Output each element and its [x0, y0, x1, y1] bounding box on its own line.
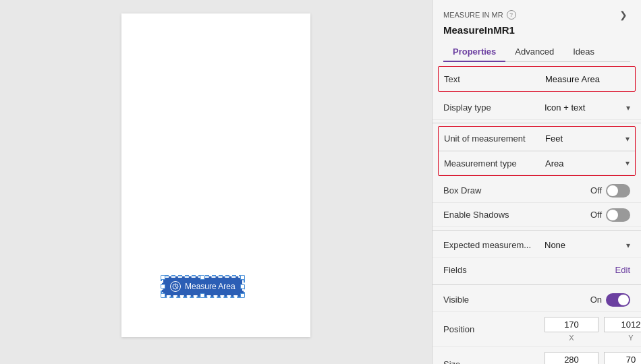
canvas-area: Measure Area [0, 0, 432, 364]
display-type-select[interactable]: Icon + text ▾ [545, 102, 630, 113]
text-input[interactable] [545, 74, 641, 84]
display-type-value: Icon + text [545, 102, 585, 113]
position-inputs: X Y [545, 317, 641, 342]
divider-3 [433, 284, 641, 285]
measurement-type-value: Area [545, 158, 563, 169]
fields-label: Fields [443, 265, 545, 275]
visible-row: Visible On [433, 288, 641, 312]
unit-value: Feet [545, 133, 563, 144]
box-draw-row: Box Draw Off [433, 179, 641, 203]
handle-bm[interactable] [200, 293, 205, 298]
display-type-label: Display type [443, 102, 545, 113]
visible-state: On [590, 295, 602, 305]
button-label: Measure Area [185, 282, 235, 291]
position-x-input[interactable] [545, 317, 598, 332]
panel-title-row: MEASURE IN MR ? ❯ [443, 8, 630, 22]
measurement-type-row: Measurement type Area ▾ [439, 151, 635, 175]
enable-shadows-state: Off [590, 210, 602, 220]
component-name: MeasureInMR1 [443, 24, 630, 36]
expected-measure-chevron: ▾ [626, 241, 630, 250]
tab-ideas[interactable]: Ideas [563, 42, 604, 62]
expected-measure-row: Expected measurem... None ▾ [433, 233, 641, 257]
measurement-type-chevron: ▾ [625, 158, 630, 168]
unit-chevron: ▾ [625, 134, 630, 144]
unit-row: Unit of measurement Feet ▾ [439, 127, 635, 151]
size-inputs-row [545, 352, 641, 364]
expected-measure-label: Expected measurem... [443, 240, 545, 250]
text-label: Text [444, 74, 545, 84]
tab-properties[interactable]: Properties [443, 42, 505, 62]
size-height-input[interactable] [604, 352, 641, 364]
display-type-chevron: ▾ [626, 103, 630, 113]
measure-icon [170, 281, 181, 292]
text-row: Text [439, 67, 635, 91]
handle-tl[interactable] [161, 275, 165, 280]
measurement-group: Unit of measurement Feet ▾ Measurement t… [438, 126, 636, 176]
info-icon[interactable]: ? [507, 10, 516, 20]
box-draw-toggle[interactable] [606, 184, 630, 198]
enable-shadows-toggle-container: Off [590, 208, 630, 222]
fields-edit-link[interactable]: Edit [615, 265, 630, 275]
svg-line-2 [175, 286, 177, 288]
measure-area-button[interactable]: Measure Area [162, 276, 244, 297]
divider-2 [433, 230, 641, 231]
tab-advanced[interactable]: Advanced [505, 42, 563, 62]
position-row: Position X Y [433, 312, 641, 347]
visible-toggle-container: On [590, 293, 630, 307]
display-type-row: Display type Icon + text ▾ [433, 96, 641, 120]
position-label: Position [443, 324, 545, 334]
measurement-type-label: Measurement type [444, 158, 545, 169]
handle-tm[interactable] [200, 275, 205, 280]
handle-mr[interactable] [240, 284, 245, 289]
panel-tabs: Properties Advanced Ideas [443, 42, 630, 62]
size-label: Size [443, 359, 545, 364]
box-draw-state: Off [590, 185, 602, 195]
canvas-page: Measure Area [121, 13, 310, 337]
size-inputs: Width Height [545, 352, 641, 364]
handle-tr[interactable] [240, 275, 245, 280]
panel-chevron[interactable]: ❯ [617, 8, 630, 22]
unit-select[interactable]: Feet ▾ [545, 133, 630, 144]
handle-ml[interactable] [161, 284, 165, 289]
panel-header: MEASURE IN MR ? ❯ MeasureInMR1 Propertie… [433, 0, 641, 62]
properties-section: Text Display type Icon + text ▾ Unit of … [433, 62, 641, 364]
box-draw-label: Box Draw [443, 185, 545, 195]
position-y-label: Y [604, 334, 641, 342]
handle-bl[interactable] [161, 293, 165, 298]
size-width-input[interactable] [545, 352, 598, 364]
enable-shadows-toggle[interactable] [606, 208, 630, 222]
position-inputs-row [545, 317, 641, 332]
enable-shadows-label: Enable Shadows [443, 210, 545, 220]
handle-br[interactable] [240, 293, 245, 298]
box-draw-toggle-container: Off [590, 184, 630, 198]
enable-shadows-row: Enable Shadows Off [433, 203, 641, 227]
divider-1 [433, 123, 641, 123]
fields-row: Fields Edit [433, 257, 641, 282]
visible-toggle[interactable] [606, 293, 630, 307]
expected-measure-value: None [545, 240, 565, 250]
panel-measure-label: MEASURE IN MR ? [443, 10, 516, 20]
right-panel: MEASURE IN MR ? ❯ MeasureInMR1 Propertie… [432, 0, 641, 364]
position-x-label: X [545, 334, 598, 342]
visible-label: Visible [443, 295, 545, 305]
position-y-input[interactable] [604, 317, 641, 332]
expected-measure-select[interactable]: None ▾ [545, 240, 630, 250]
unit-label: Unit of measurement [444, 133, 545, 144]
measurement-type-select[interactable]: Area ▾ [545, 158, 630, 169]
size-row: Size Width Height [433, 347, 641, 364]
